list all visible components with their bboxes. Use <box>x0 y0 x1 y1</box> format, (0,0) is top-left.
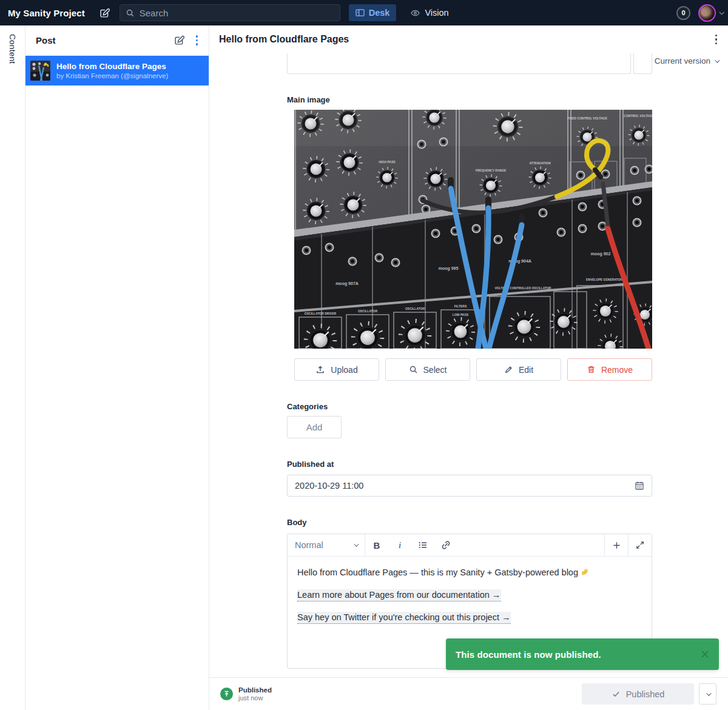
plus-icon <box>612 541 621 550</box>
link-icon <box>441 540 451 550</box>
new-document-button[interactable] <box>96 4 114 22</box>
published-at-field <box>287 475 652 497</box>
search-bar[interactable] <box>120 4 340 21</box>
body-text-area[interactable]: Hello from Cloudflare Pages — this is my… <box>288 557 652 634</box>
svg-text:FILTERS: FILTERS <box>454 304 467 308</box>
wave-emoji-icon <box>580 568 589 577</box>
validation-count-badge[interactable]: 0 <box>676 6 690 20</box>
svg-text:LOW PASS: LOW PASS <box>453 313 469 316</box>
svg-text:FREQUENCY RANGE: FREQUENCY RANGE <box>476 169 507 172</box>
post-list-panel: Post Hello from Cloudflare Pages by Kris… <box>25 25 209 710</box>
edit-label: Edit <box>519 365 533 375</box>
document-header: Hello from Cloudflare Pages <box>209 25 728 53</box>
panel-title: Post <box>36 35 56 45</box>
upload-image-button[interactable]: Upload <box>294 358 379 381</box>
top-navigation-bar: My Sanity Project Desk Vision 0 <box>0 0 728 25</box>
text-style-value: Normal <box>295 540 323 550</box>
post-thumbnail <box>30 61 50 81</box>
tab-vision[interactable]: Vision <box>403 4 455 21</box>
bullet-list-button[interactable] <box>411 534 434 556</box>
publish-status-icon <box>220 688 233 700</box>
sidebar-rail: Content <box>0 25 25 710</box>
field-label-main-image: Main image <box>287 95 652 104</box>
search-icon <box>409 365 418 374</box>
post-item-title: Hello from Cloudflare Pages <box>56 62 168 71</box>
svg-text:OSCILLATOR: OSCILLATOR <box>358 309 377 313</box>
bullet-list-icon <box>418 540 428 550</box>
body-paragraph: Hello from Cloudflare Pages — this is my… <box>297 566 642 578</box>
chevron-down-icon <box>354 541 359 546</box>
calendar-icon[interactable] <box>635 481 644 491</box>
expand-icon <box>636 541 644 549</box>
compose-icon <box>174 35 184 45</box>
sidebar-item-content[interactable]: Content <box>8 34 17 64</box>
body-link[interactable]: Learn more about Pages from our document… <box>297 589 501 601</box>
publish-status-label: Published <box>238 686 272 694</box>
user-menu[interactable] <box>698 4 723 22</box>
create-post-button[interactable] <box>170 31 189 49</box>
close-icon[interactable] <box>699 649 710 660</box>
search-icon <box>126 8 135 18</box>
upload-label: Upload <box>331 365 357 375</box>
add-category-button[interactable]: Add <box>287 416 342 438</box>
svg-text:OSCILLATOR: OSCILLATOR <box>405 307 425 310</box>
remove-label: Remove <box>601 365 633 375</box>
slug-generate-button-partial[interactable] <box>633 53 652 74</box>
slug-field-partial <box>287 53 652 74</box>
toast-notification: This document is now published. <box>446 638 719 670</box>
document-menu-button[interactable] <box>710 30 722 49</box>
avatar <box>698 4 716 22</box>
editor-toolbar: Normal B i <box>288 534 652 557</box>
publish-time: just now <box>238 694 272 702</box>
desk-tab-label: Desk <box>369 8 390 18</box>
publish-button-label: Published <box>626 689 665 699</box>
italic-button[interactable]: i <box>388 534 411 556</box>
vision-tab-label: Vision <box>425 8 448 18</box>
badge-count: 0 <box>681 9 685 16</box>
field-label-categories: Categories <box>287 402 652 411</box>
project-title[interactable]: My Sanity Project <box>8 8 85 18</box>
svg-text:OSCILLATOR DRIVER: OSCILLATOR DRIVER <box>305 312 337 315</box>
text-style-select[interactable]: Normal <box>288 534 365 556</box>
eye-icon <box>410 8 420 18</box>
link-button[interactable] <box>434 534 457 556</box>
svg-text:moog 995: moog 995 <box>439 266 459 271</box>
toast-message: This document is now published. <box>456 649 601 660</box>
bold-button[interactable]: B <box>365 534 388 556</box>
svg-text:moog 907A: moog 907A <box>335 281 359 286</box>
publish-button[interactable]: Published <box>582 683 694 705</box>
search-input[interactable] <box>140 8 334 18</box>
select-image-button[interactable]: Select <box>385 358 470 381</box>
compose-icon <box>99 8 110 18</box>
panel-menu-button[interactable] <box>191 31 203 50</box>
main-image-preview[interactable]: HIGH PASS FREQUENCY RANGE ATTENUATION FI… <box>294 110 652 349</box>
check-icon <box>612 689 621 698</box>
chevron-down-icon <box>719 10 724 15</box>
publish-menu-button[interactable] <box>699 683 716 705</box>
tab-desk[interactable]: Desk <box>349 4 397 21</box>
fullscreen-button[interactable] <box>628 534 652 556</box>
slug-input-partial[interactable] <box>287 53 631 74</box>
pencil-icon <box>504 365 513 374</box>
chevron-down-icon <box>706 691 711 695</box>
select-label: Select <box>423 365 447 375</box>
post-panel-header: Post <box>25 25 209 56</box>
document-form: Main image <box>209 53 728 677</box>
svg-text:moog 902: moog 902 <box>591 252 611 256</box>
insert-block-button[interactable] <box>604 534 628 556</box>
document-editor-panel: Hello from Cloudflare Pages Current vers… <box>209 25 728 710</box>
svg-text:ATTENUATION: ATTENUATION <box>529 161 550 165</box>
body-link[interactable]: Say hey on Twitter if you're checking ou… <box>297 612 511 624</box>
list-item-post[interactable]: Hello from Cloudflare Pages by Kristian … <box>25 56 209 85</box>
post-item-subtitle: by Kristian Freeman (@signalnerve) <box>56 72 168 79</box>
remove-image-button[interactable]: Remove <box>567 358 652 381</box>
svg-text:HIGH PASS: HIGH PASS <box>379 160 396 164</box>
field-label-published-at: Published at <box>287 460 652 469</box>
edit-image-button[interactable]: Edit <box>476 358 561 381</box>
published-at-input[interactable] <box>295 481 635 491</box>
upload-icon <box>315 365 325 375</box>
trash-icon <box>587 365 596 374</box>
svg-text:ENVELOPE GENERATOR: ENVELOPE GENERATOR <box>586 278 622 281</box>
body-paragraph: Learn more about Pages from our document… <box>297 589 642 601</box>
desk-icon <box>356 8 365 17</box>
